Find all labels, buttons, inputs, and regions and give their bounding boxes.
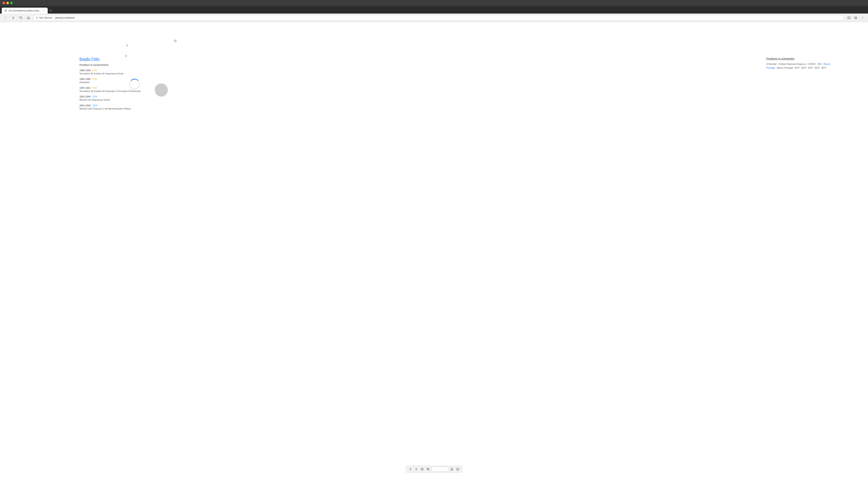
party-badge-4: CDS	[92, 95, 97, 98]
graph-dot-2	[126, 44, 128, 46]
bookmark-button[interactable]	[846, 15, 852, 21]
position-entry-2: 1983-1985 PSD Deputado	[80, 78, 194, 84]
position-title-3: Secretário de Estado do Emprego e Formaç…	[80, 90, 194, 93]
not-secure-label: Not Secure	[39, 16, 52, 19]
url-display: pmcruz.com/eco/	[55, 16, 74, 19]
info-button[interactable]: i	[455, 467, 460, 472]
refresh-button[interactable]	[18, 15, 24, 21]
position-entry-1: 1980-1983 PSD Secretário de Estado da Se…	[80, 69, 194, 75]
graph-search-input[interactable]	[431, 467, 448, 472]
party-badge-2: PSD	[92, 78, 97, 80]
tab-bar: Um ecossistema político-emp... × +	[0, 6, 868, 13]
maximize-window-button[interactable]	[10, 2, 13, 4]
minimize-window-button[interactable]	[6, 2, 9, 4]
position-years-1: 1980-1983	[80, 69, 91, 72]
position-years-5: 2004-2005	[80, 104, 91, 107]
svg-rect-4	[855, 18, 856, 19]
home-button[interactable]	[25, 15, 31, 21]
menu-button[interactable]	[860, 15, 865, 21]
close-window-button[interactable]	[3, 2, 5, 4]
info-panel: Bagão Félix Positions in Governments 198…	[80, 57, 194, 113]
svg-point-6	[862, 17, 863, 17]
position-entry-5: 2004-2005 CDS Ministro das Finanças e da…	[80, 104, 194, 110]
position-years-4: 2002-2004	[80, 95, 91, 98]
position-title-2: Deputado	[80, 81, 194, 84]
address-bar[interactable]: Not Secure | pmcruz.com/eco/	[33, 15, 844, 21]
graph-dot-3	[125, 55, 127, 57]
person-name-link[interactable]: Bagão Félix	[80, 57, 194, 61]
new-tab-button[interactable]: +	[48, 8, 54, 13]
svg-point-7	[862, 18, 863, 18]
svg-rect-1	[36, 18, 38, 19]
party-badge-5: CDS	[92, 104, 97, 107]
position-title-4: Ministro da Segurança Social	[80, 98, 194, 101]
prev-button[interactable]	[408, 467, 413, 472]
browser-window-controls	[0, 0, 868, 6]
page-content: Bagão Félix Positions in Governments 198…	[0, 22, 868, 477]
zoom-button[interactable]	[426, 467, 431, 472]
target-button[interactable]	[420, 467, 425, 472]
position-entry-4: 2002-2004 CDS Ministro da Segurança Soci…	[80, 95, 194, 101]
companies-title: Positions in companies	[766, 57, 838, 60]
graph-bottom-toolbar: i	[406, 466, 462, 473]
svg-line-16	[429, 470, 430, 471]
forward-button[interactable]	[10, 15, 16, 21]
share-button[interactable]	[449, 467, 454, 472]
tab-title: Um ecossistema político-emp...	[8, 9, 41, 12]
companies-list: A Mundial · Instituto Nacional Seguros ·…	[766, 62, 838, 70]
party-badge-3: PSD	[92, 87, 97, 89]
tab-close-button[interactable]: ×	[42, 9, 45, 12]
position-title-1: Secretário de Estado da Segurança Social	[80, 72, 194, 75]
companies-panel: Positions in companies A Mundial · Insti…	[766, 57, 838, 70]
position-entry-3: 1987-1991 PSD Secretário de Estado do Em…	[80, 87, 194, 93]
graph-dot-1	[174, 39, 177, 42]
navigation-toolbar: Not Secure | pmcruz.com/eco/	[0, 13, 868, 22]
banco-portugal-link[interactable]: Banco Portugal	[766, 63, 830, 69]
next-button[interactable]	[414, 467, 419, 472]
traffic-lights	[3, 2, 13, 4]
party-badge-1: PSD	[92, 69, 97, 72]
toolbar-right-actions	[846, 15, 865, 21]
svg-rect-2	[855, 17, 856, 18]
position-years-2: 1983-1985	[80, 78, 91, 80]
svg-rect-3	[856, 17, 857, 18]
position-title-5: Ministro das Finanças e da Administração…	[80, 107, 194, 110]
lock-icon	[36, 17, 38, 19]
svg-text:i: i	[458, 469, 458, 471]
positions-governments-title: Positions in Governments	[80, 64, 194, 66]
active-tab[interactable]: Um ecossistema político-emp... ×	[2, 8, 48, 13]
svg-point-10	[422, 469, 423, 470]
extensions-button[interactable]	[853, 15, 859, 21]
position-years-3: 1987-1991	[80, 87, 91, 89]
svg-rect-5	[856, 18, 857, 19]
svg-point-8	[862, 18, 863, 19]
tab-favicon	[4, 9, 7, 12]
back-button[interactable]	[3, 15, 8, 21]
